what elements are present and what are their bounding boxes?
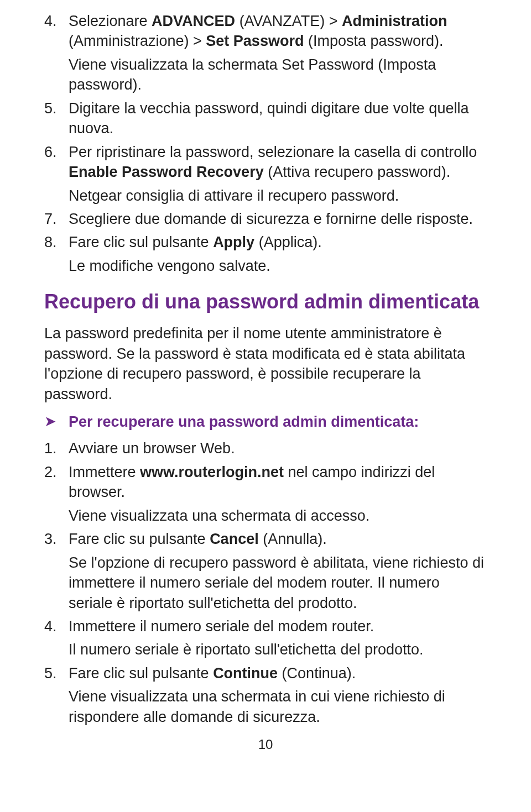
bold-text: Set Password xyxy=(206,33,304,49)
text: Fare clic su pulsante xyxy=(69,531,210,547)
step-subtext: Viene visualizzata una schermata in cui … xyxy=(69,687,487,727)
step-7: 7. Scegliere due domande di sicurezza e … xyxy=(44,209,487,229)
text: Per ripristinare la password, selezionar… xyxy=(69,144,477,160)
step-body: Scegliere due domande di sicurezza e for… xyxy=(69,209,487,229)
section-heading: Recupero di una password admin dimentica… xyxy=(44,290,487,313)
text: Fare clic sul pulsante xyxy=(69,665,213,682)
bold-text: Apply xyxy=(213,234,254,250)
text: (Amministrazione) > xyxy=(69,33,206,49)
text: (Attiva recupero password). xyxy=(264,164,451,180)
proc-step-4: 4. Immettere il numero seriale del modem… xyxy=(44,616,487,660)
step-body: Fare clic sul pulsante Continue (Continu… xyxy=(69,663,487,727)
step-number: 4. xyxy=(44,616,69,660)
step-subtext: Viene visualizzata una schermata di acce… xyxy=(69,506,487,526)
page-number: 10 xyxy=(44,737,487,752)
text: (Applica). xyxy=(254,234,322,250)
document-page: 4. Selezionare ADVANCED (AVANZATE) > Adm… xyxy=(0,0,531,769)
step-subtext: Il numero seriale è riportato sull'etich… xyxy=(69,640,487,659)
text: Immettere xyxy=(69,464,140,480)
bold-text: Continue xyxy=(213,665,278,682)
step-subtext: Se l'opzione di recupero password è abil… xyxy=(69,553,487,613)
step-body: Selezionare ADVANCED (AVANZATE) > Admini… xyxy=(69,11,487,95)
step-subtext: Viene visualizzata la schermata Set Pass… xyxy=(69,55,487,95)
step-4: 4. Selezionare ADVANCED (AVANZATE) > Adm… xyxy=(44,11,487,95)
text: (Imposta password). xyxy=(304,33,443,49)
step-8: 8. Fare clic sul pulsante Apply (Applica… xyxy=(44,232,487,276)
proc-step-1: 1. Avviare un browser Web. xyxy=(44,438,487,458)
arrow-icon: ➤ xyxy=(44,412,69,431)
bold-text: Cancel xyxy=(210,531,259,547)
step-body: Immettere il numero seriale del modem ro… xyxy=(69,616,487,660)
step-subtext: Le modifiche vengono salvate. xyxy=(69,256,487,276)
bold-text: ADVANCED xyxy=(152,13,235,29)
step-body: Fare clic su pulsante Cancel (Annulla). … xyxy=(69,529,487,613)
proc-step-5: 5. Fare clic sul pulsante Continue (Cont… xyxy=(44,663,487,727)
bold-text: Administration xyxy=(342,13,447,29)
step-body: Immettere www.routerlogin.net nel campo … xyxy=(69,462,487,526)
bold-text: www.routerlogin.net xyxy=(140,464,284,480)
proc-step-2: 2. Immettere www.routerlogin.net nel cam… xyxy=(44,462,487,526)
text: Immettere il numero seriale del modem ro… xyxy=(69,618,374,635)
procedure-title: Per recuperare una password admin diment… xyxy=(69,412,419,432)
step-body: Per ripristinare la password, selezionar… xyxy=(69,142,487,206)
step-subtext: Netgear consiglia di attivare il recuper… xyxy=(69,186,487,206)
step-number: 5. xyxy=(44,98,69,139)
step-number: 6. xyxy=(44,142,69,206)
bold-text: Enable Password Recovery xyxy=(69,164,264,180)
step-body: Fare clic sul pulsante Apply (Applica). … xyxy=(69,232,487,276)
step-body: Digitare la vecchia password, quindi dig… xyxy=(69,98,487,139)
step-number: 7. xyxy=(44,209,69,229)
text: Fare clic sul pulsante xyxy=(69,234,213,250)
text: (AVANZATE) > xyxy=(235,13,342,29)
step-number: 5. xyxy=(44,663,69,727)
step-number: 4. xyxy=(44,11,69,95)
step-number: 3. xyxy=(44,529,69,613)
step-body: Avviare un browser Web. xyxy=(69,438,487,458)
step-number: 8. xyxy=(44,232,69,276)
step-6: 6. Per ripristinare la password, selezio… xyxy=(44,142,487,206)
step-number: 2. xyxy=(44,462,69,526)
text: Selezionare xyxy=(69,13,152,29)
procedure-heading: ➤ Per recuperare una password admin dime… xyxy=(44,412,487,432)
text: (Annulla). xyxy=(259,531,327,547)
text: (Continua). xyxy=(278,665,356,682)
intro-paragraph: La password predefinita per il nome uten… xyxy=(44,323,487,404)
step-number: 1. xyxy=(44,438,69,458)
step-5: 5. Digitare la vecchia password, quindi … xyxy=(44,98,487,139)
proc-step-3: 3. Fare clic su pulsante Cancel (Annulla… xyxy=(44,529,487,613)
